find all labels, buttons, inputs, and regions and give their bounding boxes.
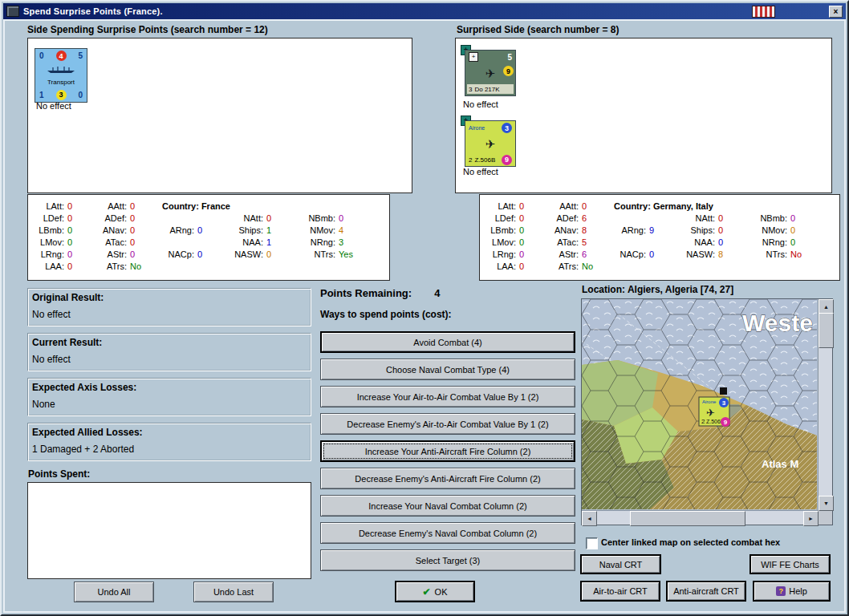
- stat-cell: NTrs:Yes: [299, 249, 368, 259]
- do217k-unit-counter[interactable]: + 5 ✈ 9 3 Do 217K: [465, 50, 516, 96]
- svg-text:3: 3: [722, 399, 726, 407]
- blue-badge: 3: [502, 123, 512, 133]
- close-button[interactable]: ×: [829, 6, 843, 18]
- spend-surprise-points-window: Spend Surprise Points (France). × Side S…: [0, 0, 849, 616]
- stat-cell: ANav:8: [545, 225, 609, 235]
- stat-cell: LRng:0: [32, 249, 93, 259]
- stat-cell: ARng:0: [157, 225, 225, 235]
- stat-cell: ATac:5: [545, 237, 609, 247]
- surprised-side-header: Surprised Side (search number = 8): [457, 24, 619, 35]
- naval-crt-button[interactable]: Naval CRT: [580, 554, 661, 574]
- stat-cell: ADef:0: [93, 213, 157, 223]
- stat-cell: NRng:3: [299, 237, 368, 247]
- stat-cell: ATrs:No: [545, 261, 609, 271]
- stat-cell: LAtt:0: [32, 201, 93, 211]
- flag-icon: [752, 6, 775, 18]
- unit-name: Z.506B: [474, 156, 495, 164]
- stat-cell: NAA:1: [225, 237, 299, 247]
- titlebar[interactable]: Spend Surprise Points (France). ×: [3, 3, 846, 19]
- spend-select-target-button[interactable]: Select Target (3): [320, 549, 575, 571]
- current-result-label: Current Result:: [32, 337, 102, 348]
- stat-cell: NACp:0: [609, 249, 676, 259]
- vertical-scroll-thumb[interactable]: [819, 313, 834, 348]
- points-remaining-value: 4: [434, 287, 440, 299]
- stat-cell: AAtt:0: [93, 201, 157, 211]
- stat-cell: NAtt:0: [225, 213, 299, 223]
- unit-name: Do 217K: [474, 86, 499, 93]
- spend-decrease-enemy-aa-fire-column-button[interactable]: Decrease Enemy's Anti-Aircraft Fire Colu…: [320, 468, 575, 489]
- stat-cell: NMov:4: [299, 225, 368, 235]
- spend-avoid-combat-button[interactable]: Avoid Combat (4): [320, 331, 575, 353]
- yellow-badge: 9: [503, 66, 514, 76]
- scroll-down-button[interactable]: ▼: [819, 496, 834, 511]
- unit-result: No effect: [463, 167, 498, 176]
- stat-cell: LBmb:0: [32, 225, 93, 235]
- undo-all-button[interactable]: Undo All: [74, 582, 154, 602]
- stat-cell: AAtt:0: [545, 201, 609, 211]
- map-canvas[interactable]: Weste Atlas M Airone 3 ✈ 2 Z.506B 9: [582, 299, 817, 509]
- stat-cell: NAtt:0: [676, 213, 750, 223]
- expected-axis-losses-box: Expected Axis Losses: None: [27, 378, 311, 416]
- hex-marker: [720, 387, 727, 395]
- spend-decrease-enemy-air-combat-button[interactable]: Decrease Enemy's Air-to-Air Combat Value…: [320, 413, 575, 435]
- stat-cell: ANav:0: [93, 225, 157, 235]
- stat-cell: NBmb:0: [299, 213, 368, 223]
- country-label: Country: France: [162, 201, 230, 211]
- spending-units-box: 0 4 5 Transport 1 3 0 No effect: [27, 38, 412, 193]
- help-button[interactable]: ? Help: [753, 581, 831, 602]
- unit-result: No effect: [36, 101, 71, 111]
- spending-side-stats: LAtt:0 AAtt:0 Country: France LDef:0 ADe…: [27, 194, 390, 281]
- air-to-air-crt-button[interactable]: Air-to-air CRT: [580, 581, 660, 602]
- spend-decrease-enemy-naval-column-button[interactable]: Decrease Enemy's Naval Combat Column (2): [320, 522, 575, 544]
- z506b-unit-counter[interactable]: Airone 3 ✈ 2 Z.506B 9: [465, 120, 516, 167]
- dialog-body: Side Spending Surprise Points (search nu…: [3, 19, 846, 613]
- check-icon: ✔: [423, 586, 431, 598]
- spending-side-header: Side Spending Surprise Points (search nu…: [27, 24, 268, 35]
- spend-increase-naval-column-button[interactable]: Increase Your Naval Combat Column (2): [320, 495, 575, 517]
- stat-cell: ADef:6: [545, 213, 609, 223]
- horizontal-scroll-thumb[interactable]: [630, 511, 745, 526]
- stat-cell: AStr:0: [93, 249, 157, 259]
- map-horizontal-scrollbar[interactable]: ◄ ►: [582, 510, 819, 525]
- center-map-checkbox[interactable]: [586, 537, 598, 549]
- expected-allied-losses-label: Expected Allied Losses:: [32, 427, 143, 438]
- stat-cell: LAA:0: [32, 261, 93, 271]
- terrain-label: Atlas M: [762, 458, 798, 470]
- spend-increase-aa-fire-column-button[interactable]: Increase Your Anti-Aircraft Fire Column …: [320, 440, 575, 462]
- original-result-label: Original Result:: [32, 292, 104, 303]
- map-vertical-scrollbar[interactable]: ▲ ▼: [818, 299, 832, 511]
- expected-allied-losses-box: Expected Allied Losses: 1 Damaged + 2 Ab…: [27, 423, 311, 461]
- app-icon: [6, 6, 19, 17]
- stat-cell: NAA:0: [676, 237, 750, 247]
- red-badge: 4: [56, 51, 67, 61]
- scrollbar-corner: [819, 511, 832, 525]
- stat-cell: Ships:0: [676, 225, 750, 235]
- anti-aircraft-crt-button[interactable]: Anti-aircraft CRT: [666, 581, 746, 602]
- transport-unit-counter[interactable]: 0 4 5 Transport 1 3 0: [35, 48, 87, 103]
- help-icon: ?: [776, 586, 786, 596]
- stat-cell: NRng:0: [750, 237, 819, 247]
- stat-cell: ARng:9: [609, 225, 676, 235]
- unit-result: No effect: [463, 99, 498, 109]
- scroll-left-button[interactable]: ◄: [582, 511, 597, 526]
- ok-button[interactable]: ✔ OK: [395, 581, 475, 602]
- spend-increase-air-combat-button[interactable]: Increase Your Air-to-Air Combat Value By…: [320, 386, 575, 407]
- expected-axis-losses-label: Expected Axis Losses:: [32, 382, 136, 393]
- center-map-checkbox-label: Center linked map on selected combat hex: [601, 537, 780, 547]
- current-result-value: No effect: [32, 354, 71, 365]
- original-result-value: No effect: [32, 309, 71, 320]
- undo-last-button[interactable]: Undo Last: [193, 582, 274, 602]
- points-spent-listbox[interactable]: [27, 482, 311, 579]
- stat-cell: LDef:0: [484, 213, 545, 223]
- stat-cell: NMov:0: [750, 225, 819, 235]
- location-label: Location: Algiers, Algeria [74, 27]: [582, 284, 733, 295]
- spend-choose-naval-combat-type-button[interactable]: Choose Naval Combat Type (4): [320, 359, 575, 380]
- current-result-box: Current Result: No effect: [27, 333, 311, 371]
- scroll-right-button[interactable]: ►: [803, 511, 819, 526]
- map-region-title: Weste: [742, 310, 813, 336]
- points-remaining: Points Remaining:4: [320, 287, 440, 299]
- stat-cell: ATrs:No: [93, 261, 157, 271]
- wif-fe-charts-button[interactable]: WIF FE Charts: [749, 554, 831, 574]
- expected-axis-losses-value: None: [32, 399, 55, 410]
- original-result-box: Original Result: No effect: [27, 288, 311, 326]
